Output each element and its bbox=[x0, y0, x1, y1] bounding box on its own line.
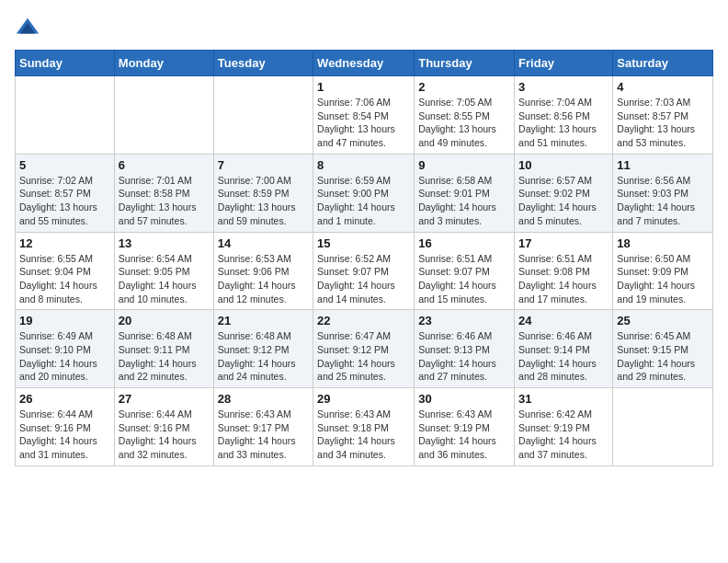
calendar-cell: 6Sunrise: 7:01 AM Sunset: 8:58 PM Daylig… bbox=[114, 154, 213, 232]
day-info: Sunrise: 6:57 AM Sunset: 9:02 PM Dayligh… bbox=[518, 174, 609, 228]
calendar-cell: 12Sunrise: 6:55 AM Sunset: 9:04 PM Dayli… bbox=[16, 232, 115, 310]
day-number: 5 bbox=[19, 158, 110, 172]
calendar-cell: 2Sunrise: 7:05 AM Sunset: 8:55 PM Daylig… bbox=[415, 76, 515, 155]
col-header-sunday: Sunday bbox=[16, 51, 115, 76]
day-info: Sunrise: 6:46 AM Sunset: 9:13 PM Dayligh… bbox=[418, 329, 510, 384]
calendar-week-row: 12Sunrise: 6:55 AM Sunset: 9:04 PM Dayli… bbox=[16, 232, 713, 310]
day-number: 1 bbox=[317, 80, 410, 94]
calendar-cell: 26Sunrise: 6:44 AM Sunset: 9:16 PM Dayli… bbox=[16, 388, 115, 466]
day-number: 15 bbox=[317, 236, 410, 250]
day-number: 11 bbox=[617, 158, 709, 172]
calendar-cell: 30Sunrise: 6:43 AM Sunset: 9:19 PM Dayli… bbox=[415, 388, 515, 466]
calendar-cell: 21Sunrise: 6:48 AM Sunset: 9:12 PM Dayli… bbox=[213, 310, 313, 388]
logo-icon bbox=[15, 15, 40, 40]
day-info: Sunrise: 6:43 AM Sunset: 9:19 PM Dayligh… bbox=[418, 408, 510, 462]
day-number: 18 bbox=[617, 236, 709, 250]
day-number: 14 bbox=[218, 236, 309, 250]
day-info: Sunrise: 6:51 AM Sunset: 9:08 PM Dayligh… bbox=[518, 252, 609, 306]
calendar-cell: 20Sunrise: 6:48 AM Sunset: 9:11 PM Dayli… bbox=[114, 310, 213, 388]
calendar-cell: 11Sunrise: 6:56 AM Sunset: 9:03 PM Dayli… bbox=[613, 154, 713, 232]
day-number: 31 bbox=[518, 392, 609, 406]
day-number: 17 bbox=[518, 236, 609, 250]
calendar-cell: 15Sunrise: 6:52 AM Sunset: 9:07 PM Dayli… bbox=[313, 232, 415, 310]
col-header-saturday: Saturday bbox=[613, 51, 713, 76]
calendar-cell: 1Sunrise: 7:06 AM Sunset: 8:54 PM Daylig… bbox=[313, 76, 415, 155]
day-number: 21 bbox=[218, 314, 309, 327]
day-number: 29 bbox=[317, 392, 410, 406]
calendar-cell: 8Sunrise: 6:59 AM Sunset: 9:00 PM Daylig… bbox=[313, 154, 415, 232]
calendar-week-row: 1Sunrise: 7:06 AM Sunset: 8:54 PM Daylig… bbox=[16, 76, 713, 155]
day-info: Sunrise: 6:55 AM Sunset: 9:04 PM Dayligh… bbox=[19, 252, 110, 306]
calendar-cell: 29Sunrise: 6:43 AM Sunset: 9:18 PM Dayli… bbox=[313, 388, 415, 466]
calendar-cell: 4Sunrise: 7:03 AM Sunset: 8:57 PM Daylig… bbox=[613, 76, 713, 155]
calendar-cell bbox=[613, 388, 713, 466]
day-info: Sunrise: 6:45 AM Sunset: 9:15 PM Dayligh… bbox=[617, 329, 709, 384]
col-header-wednesday: Wednesday bbox=[313, 51, 415, 76]
day-info: Sunrise: 6:59 AM Sunset: 9:00 PM Dayligh… bbox=[317, 174, 410, 228]
col-header-thursday: Thursday bbox=[415, 51, 515, 76]
calendar-cell: 17Sunrise: 6:51 AM Sunset: 9:08 PM Dayli… bbox=[515, 232, 613, 310]
day-number: 16 bbox=[418, 236, 510, 250]
day-number: 9 bbox=[418, 158, 510, 172]
calendar-cell: 22Sunrise: 6:47 AM Sunset: 9:12 PM Dayli… bbox=[313, 310, 415, 388]
day-number: 28 bbox=[218, 392, 309, 406]
calendar-week-row: 19Sunrise: 6:49 AM Sunset: 9:10 PM Dayli… bbox=[16, 310, 713, 388]
day-number: 10 bbox=[518, 158, 609, 172]
calendar-cell: 31Sunrise: 6:42 AM Sunset: 9:19 PM Dayli… bbox=[515, 388, 613, 466]
day-info: Sunrise: 6:44 AM Sunset: 9:16 PM Dayligh… bbox=[19, 408, 110, 462]
calendar-cell bbox=[213, 76, 313, 155]
day-info: Sunrise: 6:46 AM Sunset: 9:14 PM Dayligh… bbox=[518, 329, 609, 384]
day-number: 6 bbox=[119, 158, 210, 172]
day-info: Sunrise: 7:01 AM Sunset: 8:58 PM Dayligh… bbox=[119, 174, 210, 228]
calendar-cell: 19Sunrise: 6:49 AM Sunset: 9:10 PM Dayli… bbox=[16, 310, 115, 388]
logo bbox=[15, 15, 44, 40]
day-number: 19 bbox=[19, 314, 110, 327]
calendar-cell bbox=[16, 76, 115, 155]
calendar-cell: 9Sunrise: 6:58 AM Sunset: 9:01 PM Daylig… bbox=[415, 154, 515, 232]
day-number: 2 bbox=[418, 80, 510, 94]
calendar-cell: 18Sunrise: 6:50 AM Sunset: 9:09 PM Dayli… bbox=[613, 232, 713, 310]
day-info: Sunrise: 7:06 AM Sunset: 8:54 PM Dayligh… bbox=[317, 96, 410, 150]
day-info: Sunrise: 6:51 AM Sunset: 9:07 PM Dayligh… bbox=[418, 252, 510, 306]
day-number: 24 bbox=[518, 314, 609, 327]
day-info: Sunrise: 7:04 AM Sunset: 8:56 PM Dayligh… bbox=[518, 96, 609, 150]
day-info: Sunrise: 7:03 AM Sunset: 8:57 PM Dayligh… bbox=[617, 96, 709, 150]
day-number: 12 bbox=[19, 236, 110, 250]
calendar-table: SundayMondayTuesdayWednesdayThursdayFrid… bbox=[15, 50, 713, 466]
day-info: Sunrise: 6:54 AM Sunset: 9:05 PM Dayligh… bbox=[119, 252, 210, 306]
day-info: Sunrise: 6:53 AM Sunset: 9:06 PM Dayligh… bbox=[218, 252, 309, 306]
day-number: 4 bbox=[617, 80, 709, 94]
calendar-cell: 10Sunrise: 6:57 AM Sunset: 9:02 PM Dayli… bbox=[515, 154, 613, 232]
day-info: Sunrise: 7:00 AM Sunset: 8:59 PM Dayligh… bbox=[218, 174, 309, 228]
day-info: Sunrise: 6:47 AM Sunset: 9:12 PM Dayligh… bbox=[317, 329, 410, 384]
col-header-tuesday: Tuesday bbox=[213, 51, 313, 76]
calendar-cell: 25Sunrise: 6:45 AM Sunset: 9:15 PM Dayli… bbox=[613, 310, 713, 388]
day-number: 20 bbox=[119, 314, 210, 327]
day-number: 23 bbox=[418, 314, 510, 327]
col-header-friday: Friday bbox=[515, 51, 613, 76]
day-number: 25 bbox=[617, 314, 709, 327]
day-info: Sunrise: 6:50 AM Sunset: 9:09 PM Dayligh… bbox=[617, 252, 709, 306]
calendar-cell: 23Sunrise: 6:46 AM Sunset: 9:13 PM Dayli… bbox=[415, 310, 515, 388]
calendar-cell: 13Sunrise: 6:54 AM Sunset: 9:05 PM Dayli… bbox=[114, 232, 213, 310]
day-number: 13 bbox=[119, 236, 210, 250]
day-info: Sunrise: 7:02 AM Sunset: 8:57 PM Dayligh… bbox=[19, 174, 110, 228]
day-number: 26 bbox=[19, 392, 110, 406]
calendar-cell: 27Sunrise: 6:44 AM Sunset: 9:16 PM Dayli… bbox=[114, 388, 213, 466]
day-info: Sunrise: 6:44 AM Sunset: 9:16 PM Dayligh… bbox=[119, 408, 210, 462]
day-info: Sunrise: 6:56 AM Sunset: 9:03 PM Dayligh… bbox=[617, 174, 709, 228]
calendar-cell: 5Sunrise: 7:02 AM Sunset: 8:57 PM Daylig… bbox=[16, 154, 115, 232]
day-info: Sunrise: 6:43 AM Sunset: 9:17 PM Dayligh… bbox=[218, 408, 309, 462]
day-info: Sunrise: 6:48 AM Sunset: 9:12 PM Dayligh… bbox=[218, 329, 309, 384]
calendar-week-row: 26Sunrise: 6:44 AM Sunset: 9:16 PM Dayli… bbox=[16, 388, 713, 466]
calendar-cell: 28Sunrise: 6:43 AM Sunset: 9:17 PM Dayli… bbox=[213, 388, 313, 466]
calendar-cell: 7Sunrise: 7:00 AM Sunset: 8:59 PM Daylig… bbox=[213, 154, 313, 232]
day-info: Sunrise: 7:05 AM Sunset: 8:55 PM Dayligh… bbox=[418, 96, 510, 150]
day-info: Sunrise: 6:52 AM Sunset: 9:07 PM Dayligh… bbox=[317, 252, 410, 306]
day-number: 22 bbox=[317, 314, 410, 327]
calendar-cell: 14Sunrise: 6:53 AM Sunset: 9:06 PM Dayli… bbox=[213, 232, 313, 310]
day-number: 30 bbox=[418, 392, 510, 406]
day-number: 8 bbox=[317, 158, 410, 172]
day-info: Sunrise: 6:49 AM Sunset: 9:10 PM Dayligh… bbox=[19, 329, 110, 384]
day-info: Sunrise: 6:58 AM Sunset: 9:01 PM Dayligh… bbox=[418, 174, 510, 228]
